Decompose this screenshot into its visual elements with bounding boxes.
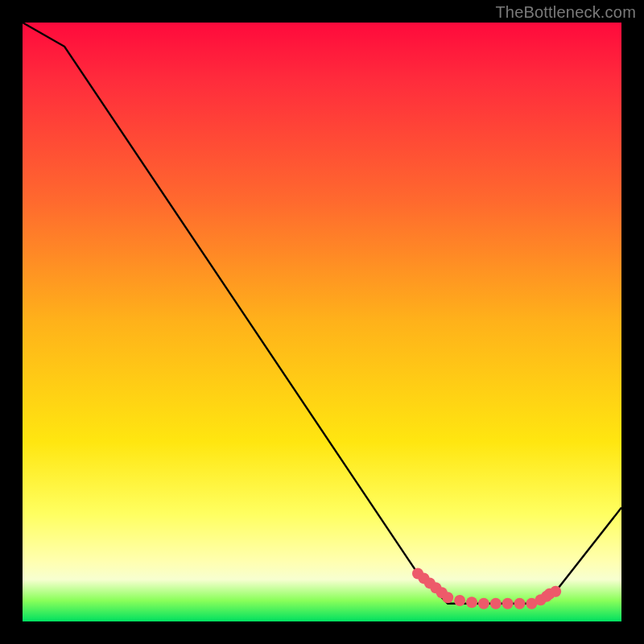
- marker-dot: [442, 592, 453, 603]
- chart-frame: TheBottleneck.com: [0, 0, 644, 644]
- marker-dot: [478, 598, 489, 609]
- marker-dot: [490, 598, 502, 609]
- marker-dot: [514, 598, 526, 609]
- marker-dot: [550, 586, 561, 597]
- attribution-text: TheBottleneck.com: [495, 3, 636, 22]
- marker-dot: [466, 597, 477, 608]
- chart-svg: [23, 23, 621, 621]
- plot-area: [23, 23, 621, 621]
- marker-dot: [454, 595, 465, 606]
- marker-dot: [502, 598, 514, 609]
- marker-dots: [412, 568, 561, 609]
- curve-line: [23, 23, 621, 604]
